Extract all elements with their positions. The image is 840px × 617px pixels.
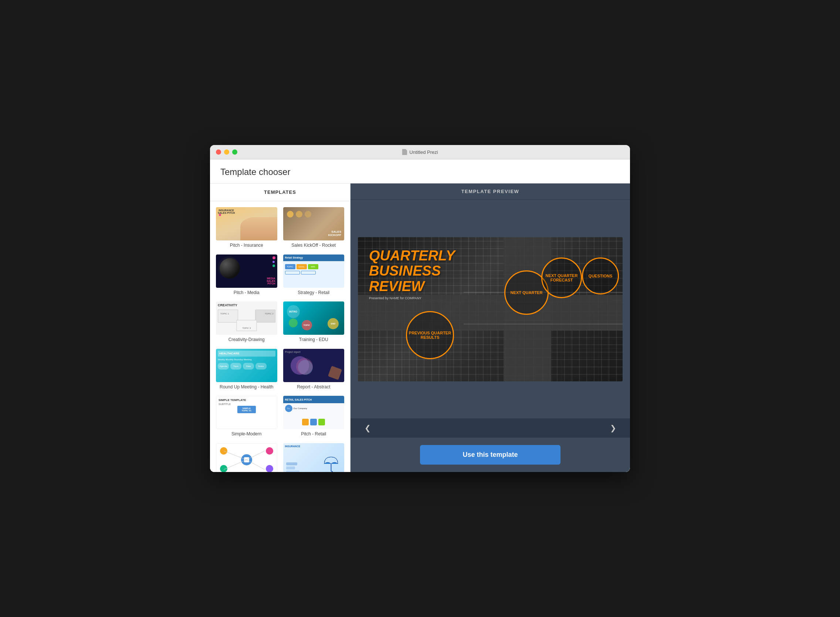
- slide-subtitle: Presented by NAME for COMPANY: [369, 296, 421, 300]
- template-label: Creativity-Drawing: [216, 337, 277, 343]
- template-thumb-around-topic: [216, 443, 277, 472]
- page-title: Template chooser: [220, 167, 620, 177]
- template-label: Pitch - Retail: [283, 431, 345, 437]
- template-item-exec-brief[interactable]: INSURANCE: [283, 443, 345, 472]
- preview-image-area: QUARTERLY BUSINESS REVIEW Presented by N…: [351, 200, 630, 418]
- app-window: Untitled Prezi Template chooser TEMPLATE…: [210, 145, 630, 472]
- main-layout: TEMPLATES INSURANCESALES PITCH: [210, 183, 630, 472]
- thumb-content: TOPIC GOAL WIN: [285, 263, 343, 275]
- preview-slide: QUARTERLY BUSINESS REVIEW Presented by N…: [358, 237, 623, 381]
- template-label: Round Up Meeting - Health: [216, 384, 277, 390]
- use-template-area: Use this template: [351, 438, 630, 472]
- circle-questions: QUESTIONS: [582, 257, 619, 294]
- template-thumb-roundup-health: HEALTHCARE Weekly-Monthly Roundup Meetin…: [216, 349, 277, 382]
- thumb-circles: [287, 211, 311, 217]
- slide-title: QUARTERLY BUSINESS REVIEW: [369, 248, 455, 294]
- template-thumb-report-abstract: Project report: [283, 349, 345, 382]
- template-item-pitch-retail[interactable]: RETAIL SALES PITCH Co. Our Company: [283, 396, 345, 437]
- template-item-pitch-insurance[interactable]: INSURANCESALES PITCH Pitch - Insurance: [216, 207, 277, 249]
- template-item-strategy-retail[interactable]: Retail Strategy TOPIC GOAL WIN: [283, 254, 345, 296]
- use-template-button[interactable]: Use this template: [420, 445, 560, 465]
- template-thumb-training-edu: INTRO TOPIC END: [283, 301, 345, 335]
- window-title: Untitled Prezi: [402, 149, 438, 155]
- thumb-label: MEDIASALESPITCH: [267, 277, 275, 285]
- template-thumb-pitch-media: MEDIASALESPITCH: [216, 254, 277, 288]
- template-thumb-strategy-retail: Retail Strategy TOPIC GOAL WIN: [283, 254, 345, 288]
- close-button[interactable]: [216, 149, 221, 155]
- template-thumb-creativity-drawing: CREATIVITY TOPIC 1 TOPIC 2 TOPIC 3: [216, 301, 277, 335]
- nav-controls: ❮ ❯: [351, 418, 630, 438]
- minimize-button[interactable]: [224, 149, 229, 155]
- template-item-roundup-health[interactable]: HEALTHCARE Weekly-Monthly Roundup Meetin…: [216, 349, 277, 390]
- thumb-header: Retail Strategy: [283, 254, 345, 261]
- template-label: Sales KickOff - Rocket: [283, 243, 345, 249]
- template-label: Pitch - Insurance: [216, 243, 277, 249]
- circle-forecast: NEXT QUARTER FORECAST: [541, 257, 582, 298]
- template-item-creativity-drawing[interactable]: CREATIVITY TOPIC 1 TOPIC 2 TOPIC 3 Creat…: [216, 301, 277, 343]
- app-content: Template chooser TEMPLATES INSURANCESALE…: [210, 159, 630, 472]
- templates-panel-header: TEMPLATES: [210, 183, 350, 201]
- template-thumb-pitch-insurance: INSURANCESALES PITCH: [216, 207, 277, 241]
- preview-panel-header: TEMPLATE PREVIEW: [351, 183, 630, 200]
- template-label: Training - EDU: [283, 337, 345, 343]
- template-item-training-edu[interactable]: INTRO TOPIC END Training - EDU: [283, 301, 345, 343]
- template-thumb-simple-modern: SIMPLE TEMPLATE SUBTITLE SIMPLETOPIC 01: [216, 396, 277, 429]
- template-thumb-pitch-retail: RETAIL SALES PITCH Co. Our Company: [283, 396, 345, 429]
- thumb-label: INSURANCESALES PITCH: [218, 209, 235, 214]
- template-item-report-abstract[interactable]: Project report Report - Abstract: [283, 349, 345, 390]
- app-header: Template chooser: [210, 159, 630, 183]
- template-item-sales-kickoff[interactable]: SALESKICKOFF Sales KickOff - Rocket: [283, 207, 345, 249]
- template-item-pitch-media[interactable]: MEDIASALESPITCH Pitch - Media: [216, 254, 277, 296]
- circle-prev-quarter: PREVIOUS QUARTER RESULTS: [406, 311, 454, 359]
- traffic-lights: [216, 149, 237, 155]
- templates-grid: INSURANCESALES PITCH Pitch - Insurance: [210, 201, 350, 472]
- template-thumb-sales-kickoff: SALESKICKOFF: [283, 207, 345, 241]
- thumb-graphic: [240, 217, 277, 241]
- templates-panel: TEMPLATES INSURANCESALES PITCH: [210, 183, 351, 472]
- template-label: Simple-Modern: [216, 431, 277, 437]
- thumb-badge: SALESKICKOFF: [328, 230, 341, 237]
- template-thumb-exec-brief: INSURANCE: [283, 443, 345, 472]
- preview-panel: TEMPLATE PREVIEW: [351, 183, 630, 472]
- template-item-simple-modern[interactable]: SIMPLE TEMPLATE SUBTITLE SIMPLETOPIC 01 …: [216, 396, 277, 437]
- prev-slide-button[interactable]: ❮: [362, 422, 373, 434]
- maximize-button[interactable]: [232, 149, 237, 155]
- titlebar: Untitled Prezi: [210, 145, 630, 159]
- slide-background: QUARTERLY BUSINESS REVIEW Presented by N…: [358, 237, 623, 381]
- document-icon: [402, 149, 407, 155]
- template-label: Report - Abstract: [283, 384, 345, 390]
- template-label: Strategy - Retail: [283, 290, 345, 296]
- template-label: Pitch - Media: [216, 290, 277, 296]
- template-item-around-topic[interactable]: Around a Topic: [216, 443, 277, 472]
- next-slide-button[interactable]: ❯: [607, 422, 619, 434]
